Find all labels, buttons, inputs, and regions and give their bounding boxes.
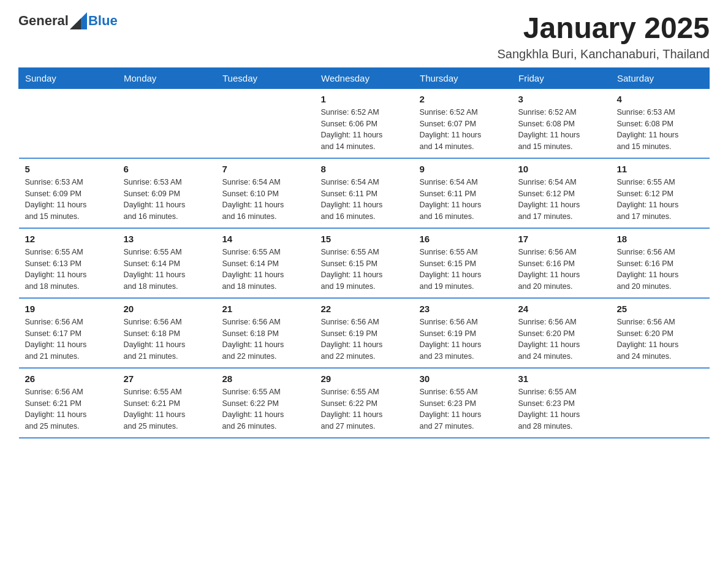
calendar-cell: 11Sunrise: 6:55 AM Sunset: 6:12 PM Dayli… [611, 158, 710, 228]
day-number: 29 [321, 373, 408, 384]
day-number: 28 [222, 373, 309, 384]
day-info: Sunrise: 6:56 AM Sunset: 6:19 PM Dayligh… [420, 316, 506, 362]
day-info: Sunrise: 6:56 AM Sunset: 6:18 PM Dayligh… [222, 316, 309, 362]
calendar-cell [216, 88, 315, 158]
calendar-cell: 30Sunrise: 6:55 AM Sunset: 6:23 PM Dayli… [414, 368, 512, 438]
calendar-cell: 17Sunrise: 6:56 AM Sunset: 6:16 PM Dayli… [512, 228, 611, 298]
day-info: Sunrise: 6:55 AM Sunset: 6:14 PM Dayligh… [124, 247, 210, 293]
calendar-cell: 22Sunrise: 6:56 AM Sunset: 6:19 PM Dayli… [315, 298, 414, 368]
calendar-cell: 9Sunrise: 6:54 AM Sunset: 6:11 PM Daylig… [414, 158, 512, 228]
day-info: Sunrise: 6:55 AM Sunset: 6:12 PM Dayligh… [617, 177, 703, 223]
day-number: 23 [420, 304, 506, 314]
day-number: 18 [617, 234, 703, 244]
day-number: 11 [617, 164, 703, 174]
day-number: 12 [25, 234, 112, 244]
calendar-cell: 23Sunrise: 6:56 AM Sunset: 6:19 PM Dayli… [414, 298, 512, 368]
day-number: 25 [617, 304, 703, 314]
day-info: Sunrise: 6:54 AM Sunset: 6:12 PM Dayligh… [518, 177, 605, 223]
day-number: 22 [321, 304, 408, 314]
logo-icon [70, 12, 87, 29]
header-friday: Friday [512, 67, 611, 88]
calendar-cell: 12Sunrise: 6:55 AM Sunset: 6:13 PM Dayli… [19, 228, 118, 298]
calendar-cell [118, 88, 216, 158]
header-wednesday: Wednesday [315, 67, 414, 88]
day-info: Sunrise: 6:52 AM Sunset: 6:07 PM Dayligh… [420, 107, 506, 153]
day-number: 1 [321, 94, 408, 104]
header-tuesday: Tuesday [216, 67, 315, 88]
calendar-cell [611, 368, 710, 438]
day-number: 8 [321, 164, 408, 174]
header-saturday: Saturday [611, 67, 710, 88]
day-info: Sunrise: 6:56 AM Sunset: 6:16 PM Dayligh… [617, 247, 703, 293]
day-info: Sunrise: 6:55 AM Sunset: 6:15 PM Dayligh… [321, 247, 408, 293]
calendar-cell: 1Sunrise: 6:52 AM Sunset: 6:06 PM Daylig… [315, 88, 414, 158]
day-number: 2 [420, 94, 506, 104]
day-info: Sunrise: 6:56 AM Sunset: 6:20 PM Dayligh… [518, 316, 605, 362]
day-info: Sunrise: 6:54 AM Sunset: 6:11 PM Dayligh… [420, 177, 506, 223]
day-number: 20 [124, 304, 210, 314]
day-number: 30 [420, 373, 506, 384]
calendar-header-row: SundayMondayTuesdayWednesdayThursdayFrid… [19, 67, 710, 88]
day-number: 21 [222, 304, 309, 314]
calendar-cell: 15Sunrise: 6:55 AM Sunset: 6:15 PM Dayli… [315, 228, 414, 298]
day-info: Sunrise: 6:56 AM Sunset: 6:19 PM Dayligh… [321, 316, 408, 362]
day-number: 17 [518, 234, 605, 244]
day-info: Sunrise: 6:55 AM Sunset: 6:23 PM Dayligh… [420, 386, 506, 432]
header: General Blue January 2025 Sangkhla Buri,… [18, 12, 710, 61]
day-info: Sunrise: 6:56 AM Sunset: 6:20 PM Dayligh… [617, 316, 703, 362]
calendar-cell: 19Sunrise: 6:56 AM Sunset: 6:17 PM Dayli… [19, 298, 118, 368]
calendar-cell: 27Sunrise: 6:55 AM Sunset: 6:21 PM Dayli… [118, 368, 216, 438]
calendar-cell: 31Sunrise: 6:55 AM Sunset: 6:23 PM Dayli… [512, 368, 611, 438]
header-thursday: Thursday [414, 67, 512, 88]
day-info: Sunrise: 6:56 AM Sunset: 6:18 PM Dayligh… [124, 316, 210, 362]
calendar-cell: 26Sunrise: 6:56 AM Sunset: 6:21 PM Dayli… [19, 368, 118, 438]
title-area: January 2025 Sangkhla Buri, Kanchanaburi… [497, 12, 710, 61]
day-number: 6 [124, 164, 210, 174]
calendar-cell: 24Sunrise: 6:56 AM Sunset: 6:20 PM Dayli… [512, 298, 611, 368]
calendar-cell: 3Sunrise: 6:52 AM Sunset: 6:08 PM Daylig… [512, 88, 611, 158]
day-info: Sunrise: 6:52 AM Sunset: 6:06 PM Dayligh… [321, 107, 408, 153]
calendar-week-row: 19Sunrise: 6:56 AM Sunset: 6:17 PM Dayli… [19, 298, 710, 368]
day-number: 31 [518, 373, 605, 384]
logo-general-text: General [18, 13, 69, 29]
calendar-week-row: 26Sunrise: 6:56 AM Sunset: 6:21 PM Dayli… [19, 368, 710, 438]
calendar-cell: 6Sunrise: 6:53 AM Sunset: 6:09 PM Daylig… [118, 158, 216, 228]
day-number: 14 [222, 234, 309, 244]
calendar-table: SundayMondayTuesdayWednesdayThursdayFrid… [18, 67, 710, 439]
day-number: 19 [25, 304, 112, 314]
day-info: Sunrise: 6:56 AM Sunset: 6:21 PM Dayligh… [25, 386, 112, 432]
day-number: 4 [617, 94, 703, 104]
day-number: 16 [420, 234, 506, 244]
day-number: 13 [124, 234, 210, 244]
day-info: Sunrise: 6:56 AM Sunset: 6:16 PM Dayligh… [518, 247, 605, 293]
calendar-cell: 4Sunrise: 6:53 AM Sunset: 6:08 PM Daylig… [611, 88, 710, 158]
day-info: Sunrise: 6:55 AM Sunset: 6:22 PM Dayligh… [222, 386, 309, 432]
day-number: 5 [25, 164, 112, 174]
day-info: Sunrise: 6:55 AM Sunset: 6:14 PM Dayligh… [222, 247, 309, 293]
day-info: Sunrise: 6:55 AM Sunset: 6:23 PM Dayligh… [518, 386, 605, 432]
calendar-cell: 28Sunrise: 6:55 AM Sunset: 6:22 PM Dayli… [216, 368, 315, 438]
day-info: Sunrise: 6:52 AM Sunset: 6:08 PM Dayligh… [518, 107, 605, 153]
day-info: Sunrise: 6:53 AM Sunset: 6:09 PM Dayligh… [25, 177, 112, 223]
calendar-cell: 5Sunrise: 6:53 AM Sunset: 6:09 PM Daylig… [19, 158, 118, 228]
calendar-week-row: 12Sunrise: 6:55 AM Sunset: 6:13 PM Dayli… [19, 228, 710, 298]
calendar-cell [19, 88, 118, 158]
calendar-cell: 2Sunrise: 6:52 AM Sunset: 6:07 PM Daylig… [414, 88, 512, 158]
calendar-cell: 25Sunrise: 6:56 AM Sunset: 6:20 PM Dayli… [611, 298, 710, 368]
calendar-cell: 8Sunrise: 6:54 AM Sunset: 6:11 PM Daylig… [315, 158, 414, 228]
day-info: Sunrise: 6:54 AM Sunset: 6:10 PM Dayligh… [222, 177, 309, 223]
calendar-cell: 13Sunrise: 6:55 AM Sunset: 6:14 PM Dayli… [118, 228, 216, 298]
location-subtitle: Sangkhla Buri, Kanchanaburi, Thailand [497, 47, 710, 61]
calendar-cell: 16Sunrise: 6:55 AM Sunset: 6:15 PM Dayli… [414, 228, 512, 298]
calendar-cell: 18Sunrise: 6:56 AM Sunset: 6:16 PM Dayli… [611, 228, 710, 298]
day-info: Sunrise: 6:55 AM Sunset: 6:21 PM Dayligh… [124, 386, 210, 432]
calendar-week-row: 5Sunrise: 6:53 AM Sunset: 6:09 PM Daylig… [19, 158, 710, 228]
calendar-cell: 7Sunrise: 6:54 AM Sunset: 6:10 PM Daylig… [216, 158, 315, 228]
day-number: 10 [518, 164, 605, 174]
day-info: Sunrise: 6:55 AM Sunset: 6:15 PM Dayligh… [420, 247, 506, 293]
day-number: 3 [518, 94, 605, 104]
day-info: Sunrise: 6:56 AM Sunset: 6:17 PM Dayligh… [25, 316, 112, 362]
logo: General Blue [18, 12, 118, 29]
calendar-cell: 29Sunrise: 6:55 AM Sunset: 6:22 PM Dayli… [315, 368, 414, 438]
calendar-cell: 21Sunrise: 6:56 AM Sunset: 6:18 PM Dayli… [216, 298, 315, 368]
